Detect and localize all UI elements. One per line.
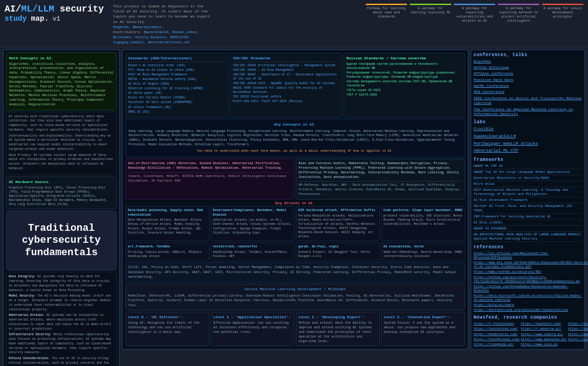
list-item[interactable]: AI Bill of Rights (USA) <box>128 82 226 86</box>
security-principles-text: Data Integrity: AI systems rely heavily … <box>9 274 114 366</box>
level-0-box: Level 0 – 'AI Initiator': Using AI: Reco… <box>125 312 209 346</box>
pathway-bar-3 <box>454 4 495 5</box>
list-item[interactable]: Rules for Certain Robots (CHINA) <box>128 96 226 100</box>
framework-mitre[interactable]: Mitre Atlas <box>474 182 582 187</box>
newsfeed-12[interactable]: https://tleaphode.ai/ <box>474 343 520 347</box>
list-item[interactable]: NHTSA - Automated Vehicle safety (USA) <box>128 77 226 81</box>
list-item[interactable]: Volunteer AI Veto system (SINGAPORE) <box>128 100 226 104</box>
header: AI/ML/LLM security study map. v1 This pr… <box>0 0 588 47</box>
newsfeed-3[interactable]: https://tennthreed.com/ <box>474 327 520 331</box>
conf-offzone[interactable]: OffZone conference <box>474 71 582 76</box>
level-0-title: Level 0 – 'AI Initiator': <box>128 315 207 320</box>
logo-version: v1 <box>49 15 60 23</box>
attack-cell-content-0: Data Manipulation Attack, Backdoor Attac… <box>128 218 207 234</box>
list-item[interactable]: Biden's AI executive order (USA) <box>128 63 226 68</box>
list-item[interactable]: Регулирование технологий, Развитие инфра… <box>346 71 462 79</box>
newsfeed-title: Newsfeed, research companies <box>474 315 582 320</box>
pathway-5: A pathway for secure development princip… <box>542 4 583 23</box>
list-item[interactable]: ГОСТы серии 20-2015 <box>346 88 462 92</box>
labs-title: labs <box>474 120 582 125</box>
attack-cell-title-5: textattrack, counterfit <box>213 245 293 249</box>
framework-owasp-ml[interactable]: OWASP ML TOP 10 <box>474 164 582 169</box>
framework-owasp-llm[interactable]: OWASP Top 10 for Large Language Model Ap… <box>474 170 582 175</box>
list-item[interactable]: PinCT 848-2021, PinCT 847-2023 (Russia) <box>233 99 339 103</box>
iso-standards-box: ISO/IEC Standards ISO/IEC 42001 Artifici… <box>230 53 342 117</box>
list-item[interactable]: FTC: Keep an AI claims in check (USA) <box>128 68 226 72</box>
ref-2[interactable]: https://www.roothat.ai/security/301 <box>474 270 582 274</box>
center-main-box: Standards (USA/International) Biden's AI… <box>122 49 469 350</box>
attack-cell-5: textattrack, counterfit HopSkipJump atta… <box>211 242 295 261</box>
conf-rsa[interactable]: RSA Conference <box>474 90 582 94</box>
list-item[interactable]: Единая платформа систем распознавания и … <box>346 62 462 70</box>
newsfeed-1[interactable]: https://hackdots.com/ <box>521 322 567 326</box>
framework-owasp-exchange[interactable]: OWASP AI EXCHANGE <box>474 227 582 232</box>
newsfeed-10[interactable]: https://www.deepinne.ai/ <box>521 337 567 342</box>
pathway-label-5: A pathway for secure development princip… <box>543 6 582 18</box>
newsfeed-0[interactable]: https://f.thelelanews <box>474 322 520 326</box>
conf-satml[interactable]: SatML Conference <box>474 84 582 88</box>
ref-6[interactable]: https://pind.ai/share <box>474 303 582 307</box>
newsfeed-13[interactable]: https://www.siva.ai <box>521 343 567 347</box>
newsfeed-11[interactable]: https://wid.hepa.tech/ <box>568 337 588 342</box>
mlsecops-content: ModelScan, DefensorsML, llmVM, different… <box>128 293 462 308</box>
list-item[interactable]: ISO 26262 Functional safety <box>233 95 339 99</box>
framework-ibm[interactable]: IBM Framework for Securing Generative AI <box>474 215 582 220</box>
list-item[interactable]: ISO/IEC 23894 – AI Risk Management <box>233 68 339 72</box>
list-item[interactable]: Relative Licensing for AI training (JAPA… <box>128 86 226 91</box>
attack-cell-content-2: Persona Modulation attacks, Hallucinatio… <box>298 214 378 239</box>
list-item[interactable]: ISO/IEC 42001 Artificial Intelligence – … <box>233 63 339 68</box>
right-main-box: conferences, talks BlackHat DefCon AIVil… <box>470 49 585 350</box>
conf-applied-ml[interactable]: The Conference on Applied Machine Learni… <box>474 107 582 117</box>
ref-5[interactable]: https://docs.microsoft.com/en-us/securit… <box>474 294 582 302</box>
hardware-box: AI Hardware basics. Graphics Processing … <box>6 177 117 210</box>
newsfeed-4[interactable]: https://r-adversa.ai/ <box>521 327 567 331</box>
lab-daem[interactable]: DaemVulnerableLLM <box>474 134 582 140</box>
attack-cell-7: AI evaluations, keras Name-Our-Embedding… <box>381 242 465 261</box>
newsfeed-6[interactable]: https://modenterai.com/ <box>474 332 520 337</box>
security-practices-box: CI/CD, IAC, Policy as Code, Shift Left, … <box>125 262 465 282</box>
list-item[interactable]: NIST AI Risk Management Framework <box>128 73 226 77</box>
newsfeed-9[interactable]: https://thinkprovai.com/ <box>474 337 520 342</box>
conferences-section: conferences, talks BlackHat DefCon AIVil… <box>474 52 582 118</box>
list-item[interactable]: AI white paper (UK) <box>128 91 226 95</box>
conf-positive[interactable]: Positive Hack Days <box>474 78 582 82</box>
framework-nist[interactable]: NIST Adversarial Machine Learning: A Tax… <box>474 188 582 197</box>
newsfeed-section: Newsfeed, research companies https://f.t… <box>474 315 582 346</box>
lab-crucible[interactable]: Crucible <box>474 126 582 132</box>
attack-cell-title-3: Code patterns: Slope layer backdoor, DNN… <box>384 208 463 213</box>
framework-gartner[interactable]: Gartner AI Trust, Risk, and Security Man… <box>474 204 582 213</box>
list-item[interactable]: DNAI AI (EU) <box>128 110 226 114</box>
traditional-cyber-box: Traditional cybersecurity fundamentals <box>6 211 117 270</box>
list-item[interactable]: ISO/IEC 25059:2023 – SQuaRE: Quality mod… <box>233 81 339 86</box>
list-item[interactable]: ANSSI 4600 Standard for labels for the s… <box>233 86 339 94</box>
ref-3[interactable]: https://github.com/microsoft/Security-10… <box>474 275 582 284</box>
logo-line2: study map. v1 <box>5 15 104 23</box>
list-item[interactable]: Система менеджмента качества системы ГОС… <box>346 80 462 88</box>
list-item[interactable]: AI ethics framework (AU) <box>128 105 226 109</box>
ref-4[interactable]: https://github.com/KennaRamos/Datasource… <box>474 285 582 293</box>
logo-ai: AI/ <box>5 4 21 14</box>
ref-7[interactable]: https://monteneroing.org/disclaimer/hack… <box>474 308 582 312</box>
logo-llm: LLM <box>38 4 54 14</box>
pathway-label-2: A pathway for learning classical ML <box>410 6 451 14</box>
left-main-box: Math Concepts in AI. Algorithms, statist… <box>3 49 120 366</box>
newsfeed-7[interactable]: https://www.lakera.ai/ <box>521 332 567 337</box>
newsfeed-5[interactable]: https://super.substack.com/ <box>568 327 588 331</box>
ai-concepts-title: Key Concepts in AI. <box>129 122 462 127</box>
newsfeed-8[interactable]: https://www.zenternos.woll/ <box>568 332 588 337</box>
conf-defcon[interactable]: DefCon AIVillage <box>474 65 582 70</box>
framework-ai-risk[interactable]: AI Risk (LINCS) <box>474 221 582 226</box>
list-item[interactable]: ГОСТ Р 59276-2020 <box>346 93 462 97</box>
framework-risk[interactable]: AI Risk Assessment Framework <box>474 198 582 203</box>
lab-adversarial[interactable]: Adversarial ML CTF <box>474 148 582 154</box>
list-item[interactable]: ISO/IEC 38507 – Governance of IT – Gover… <box>233 73 339 81</box>
ref-1[interactable]: https://www.bsi.bund.de/SharedDocs/Downl… <box>474 261 582 269</box>
framework-adversarial[interactable]: Adversarial Robustness in Security/DASH <box>474 176 582 181</box>
lab-portswigger[interactable]: PortSwigger WebLLM attacks <box>474 141 582 147</box>
ref-0[interactable]: https://llc.ofluxos.com/Mailzunner/the-O… <box>474 252 582 260</box>
framework-arch-risk[interactable]: AN ARCHITECTURAL RISK ANALYSIS OF LARGE … <box>474 233 582 242</box>
newsfeed-2[interactable]: https://blog.malavoluts.com/ <box>568 322 588 326</box>
standards-row: Standards (USA/International) Biden's AI… <box>125 53 465 117</box>
conf-ieee[interactable]: IEEE Conference on Secure and Trustworth… <box>474 96 582 106</box>
conf-blackhat[interactable]: BlackHat <box>474 59 582 64</box>
